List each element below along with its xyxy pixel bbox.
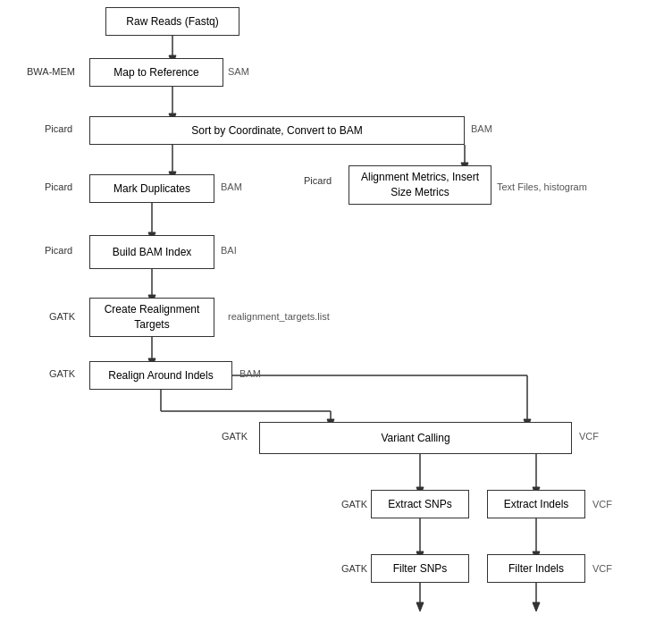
text-files-label: Text Files, histogram [497, 181, 587, 192]
gatk4-label: GATK [341, 499, 367, 509]
bam-output-label1: BAM [471, 123, 492, 134]
bam-output-label3: BAM [239, 368, 261, 379]
vcf-output-label2: VCF [592, 499, 612, 509]
picard4-label: Picard [45, 245, 72, 256]
create-targets-box: Create Realignment Targets [89, 298, 214, 337]
mark-dup-box: Mark Duplicates [89, 174, 214, 203]
filter-snps-box: Filter SNPs [371, 554, 469, 583]
realign-indels-box: Realign Around Indels [89, 361, 232, 390]
bwa-label: BWA-MEM [27, 66, 75, 77]
svg-marker-30 [416, 602, 424, 611]
picard3-label: Picard [304, 175, 332, 186]
build-bam-box: Build BAM Index [89, 235, 214, 269]
svg-marker-32 [533, 602, 540, 611]
align-metrics-box: Alignment Metrics, Insert Size Metrics [349, 165, 491, 205]
picard1-label: Picard [45, 123, 72, 134]
raw-reads-box: Raw Reads (Fastq) [105, 7, 239, 36]
picard2-label: Picard [45, 181, 72, 192]
vcf-output-label1: VCF [579, 431, 599, 442]
bai-output-label: BAI [221, 245, 237, 256]
extract-indels-box: Extract Indels [487, 490, 585, 518]
realign-list-label: realignment_targets.list [228, 311, 330, 322]
sort-bam-box: Sort by Coordinate, Convert to BAM [89, 116, 465, 145]
vcf-output-label3: VCF [592, 563, 612, 574]
gatk3-label: GATK [222, 431, 248, 442]
map-ref-box: Map to Reference [89, 58, 223, 87]
gatk2-label: GATK [49, 368, 75, 379]
gatk1-label: GATK [49, 311, 75, 322]
variant-calling-box: Variant Calling [259, 422, 572, 454]
bam-output-label2: BAM [221, 181, 242, 192]
workflow-diagram: Raw Reads (Fastq) Map to Reference Sort … [0, 0, 672, 640]
sam-output-label: SAM [228, 66, 249, 77]
gatk5-label: GATK [341, 563, 367, 574]
extract-snps-box: Extract SNPs [371, 490, 469, 518]
filter-indels-box: Filter Indels [487, 554, 585, 583]
